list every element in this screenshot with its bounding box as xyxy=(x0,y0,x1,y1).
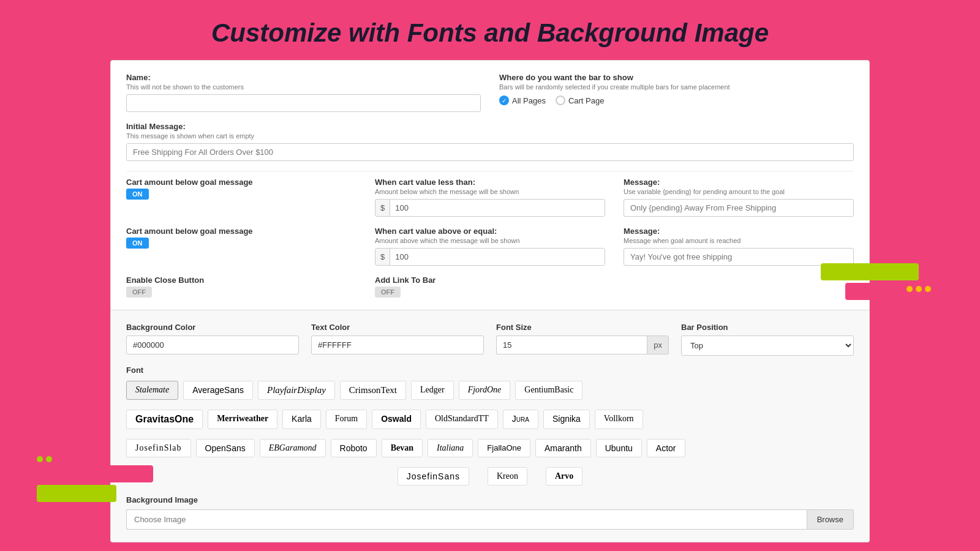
bar-placement-sublabel: Bars will be randomly selected if you cr… xyxy=(499,83,854,91)
font-item-stalemate[interactable]: Stalemate xyxy=(126,381,178,400)
add-link-toggle[interactable]: OFF xyxy=(375,287,401,298)
col-message-less: Message: Use variable {pending} for pend… xyxy=(624,178,854,217)
currency-symbol-2: $ xyxy=(375,249,390,265)
when-above-sublabel: Amount above which the message will be s… xyxy=(375,237,605,244)
bar-position-label: Bar Position xyxy=(681,323,854,332)
font-section-label: Font xyxy=(126,365,854,375)
font-grid-row3: JosefinSlab OpenSans EBGaramond Roboto B… xyxy=(126,439,854,457)
font-item-gravitasone[interactable]: GravitasOne xyxy=(126,410,203,429)
font-item-actor[interactable]: Actor xyxy=(647,439,685,457)
font-item-playfairdisplay[interactable]: PlayfairDisplay xyxy=(258,381,335,400)
font-item-oswald[interactable]: Oswald xyxy=(372,410,421,429)
col-name: Name: This will not be shown to the cust… xyxy=(126,73,481,112)
radio-group-placement: All Pages Cart Page xyxy=(499,96,854,105)
deco-dots-right xyxy=(907,286,931,292)
font-item-bevan[interactable]: Bevan xyxy=(382,439,423,457)
font-item-gentiumbasic[interactable]: GentiumBasic xyxy=(515,381,582,400)
deco-bottom-left xyxy=(37,465,153,502)
bar-position-select[interactable]: Top Bottom xyxy=(681,335,854,356)
message-above-sublabel: Message when goal amount is reached xyxy=(624,237,854,244)
font-item-arvo[interactable]: Arvo xyxy=(546,467,582,485)
font-item-forum[interactable]: Forum xyxy=(326,410,367,429)
font-item-fjordone[interactable]: FjordOne xyxy=(459,381,511,400)
col-when-less: When cart value less than: Amount below … xyxy=(375,178,605,217)
font-item-italiana[interactable]: Italiana xyxy=(428,439,473,457)
name-input[interactable] xyxy=(126,94,481,112)
deco-shape-green-bottom xyxy=(37,485,116,502)
col-bar-position: Bar Position Top Bottom xyxy=(681,323,854,356)
text-color-input[interactable] xyxy=(311,335,484,354)
font-item-vollkorn[interactable]: Vollkorn xyxy=(595,410,643,429)
row-cart-below: Cart amount below goal message ON When c… xyxy=(126,178,854,217)
font-grid-row1: Stalemate AverageSans PlayfairDisplay Cr… xyxy=(126,381,854,400)
font-item-jura[interactable]: Jura xyxy=(503,410,538,429)
col-cart-above-toggle: Cart amount below goal message ON xyxy=(126,227,356,266)
deco-dot-3 xyxy=(925,286,931,292)
font-item-opensans[interactable]: OpenSans xyxy=(196,439,255,457)
font-item-ubuntu[interactable]: Ubuntu xyxy=(596,439,642,457)
deco-top-right xyxy=(821,263,919,300)
deco-dots-left xyxy=(37,456,52,462)
font-size-input[interactable] xyxy=(496,335,647,354)
font-size-label: Font Size xyxy=(496,323,669,332)
col-initial-message: Initial Message: This message is shown w… xyxy=(126,122,854,161)
name-label: Name: xyxy=(126,73,481,82)
message-less-label: Message: xyxy=(624,178,854,187)
font-item-merriweather[interactable]: Merriweather xyxy=(208,410,277,429)
when-less-input-group: $ xyxy=(375,199,605,217)
font-item-amaranth[interactable]: Amaranth xyxy=(535,439,591,457)
col-font-size: Font Size px xyxy=(496,323,669,356)
font-size-row: px xyxy=(496,335,669,354)
font-item-oldstandardtt[interactable]: OldStandardTT xyxy=(426,410,498,429)
deco-dot-left-1 xyxy=(37,456,43,462)
cart-below-toggle[interactable]: ON xyxy=(126,189,149,200)
font-item-josefinslab[interactable]: JosefinSlab xyxy=(126,439,191,457)
bg-color-label: Background Color xyxy=(126,323,299,332)
col-text-color: Text Color xyxy=(311,323,484,356)
page-title: Customize with Fonts and Background Imag… xyxy=(0,0,980,60)
font-item-averagesans[interactable]: AverageSans xyxy=(183,381,253,400)
initial-message-input[interactable] xyxy=(126,143,854,161)
font-item-kreon[interactable]: Kreon xyxy=(488,467,527,485)
deco-dot-left-2 xyxy=(46,456,52,462)
radio-cart-page-label: Cart Page xyxy=(568,96,605,105)
when-less-value[interactable] xyxy=(390,200,605,216)
font-item-fjallone[interactable]: FjallaOne xyxy=(478,439,530,457)
font-grid-row2: GravitasOne Merriweather Karla Forum Osw… xyxy=(126,410,854,429)
font-size-unit: px xyxy=(647,335,669,354)
font-item-crimsontext[interactable]: CrimsonText xyxy=(340,381,406,400)
bg-image-input[interactable] xyxy=(126,509,807,530)
row-cart-above: Cart amount below goal message ON When c… xyxy=(126,227,854,266)
font-item-roboto[interactable]: Roboto xyxy=(331,439,377,457)
radio-all-pages-icon xyxy=(499,96,509,105)
font-item-ledger[interactable]: Ledger xyxy=(411,381,454,400)
deco-dot-1 xyxy=(907,286,913,292)
cart-below-label: Cart amount below goal message xyxy=(126,178,356,187)
message-less-input[interactable] xyxy=(624,199,854,217)
cart-above-toggle[interactable]: ON xyxy=(126,238,149,249)
when-above-input-group: $ xyxy=(375,248,605,266)
col-when-above: When cart value above or equal: Amount a… xyxy=(375,227,605,266)
bg-color-input[interactable] xyxy=(126,335,299,354)
enable-close-toggle[interactable]: OFF xyxy=(126,287,152,298)
bg-image-section: Browse xyxy=(126,509,854,530)
font-item-karla[interactable]: Karla xyxy=(282,410,321,429)
cart-above-label: Cart amount below goal message xyxy=(126,227,356,236)
radio-cart-page-icon xyxy=(556,96,565,105)
message-less-sublabel: Use variable {pending} for pending amoun… xyxy=(624,188,854,195)
font-item-josefinsans[interactable]: JosefinSans xyxy=(398,467,469,485)
radio-cart-page[interactable]: Cart Page xyxy=(556,96,605,105)
row-close-link: Enable Close Button OFF Add Link To Bar … xyxy=(126,276,854,298)
message-above-input[interactable] xyxy=(624,248,854,266)
initial-message-sublabel: This message is shown when cart is empty xyxy=(126,132,854,140)
font-item-ebgaramond[interactable]: EBGaramond xyxy=(260,439,326,457)
when-above-value[interactable] xyxy=(390,249,605,265)
bg-image-label: Background Image xyxy=(126,495,854,504)
col-add-link: Add Link To Bar OFF xyxy=(375,276,605,298)
radio-all-pages[interactable]: All Pages xyxy=(499,96,546,105)
when-above-label: When cart value above or equal: xyxy=(375,227,605,236)
font-item-signika[interactable]: Signika xyxy=(543,410,590,429)
browse-button[interactable]: Browse xyxy=(807,509,854,530)
col-bg-color: Background Color xyxy=(126,323,299,356)
row-name-and-placement: Name: This will not be shown to the cust… xyxy=(126,73,854,112)
